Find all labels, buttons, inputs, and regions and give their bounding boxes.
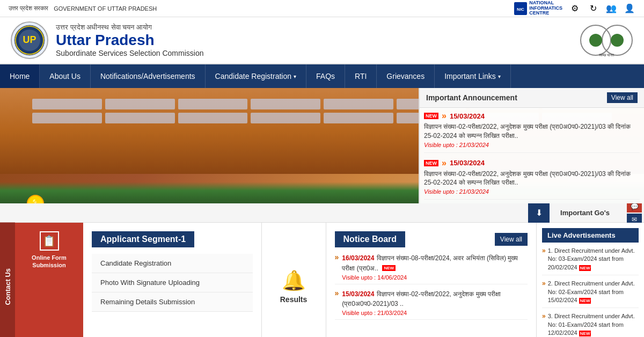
header-right: स्वच्छ भारत — [580, 21, 633, 59]
left-sidebar: Contact Us 📋 Online Form Submission — [0, 223, 83, 337]
hero-section: 💡 Important Announcement View all NEW » … — [0, 88, 644, 203]
ann-text-1[interactable]: विज्ञापन संख्या-02-परीक्षा/2022, अनुदेशक… — [424, 122, 640, 141]
main-nav: Home About Us Notifications/Advertisemen… — [0, 64, 644, 88]
notice-date-1: 16/03/2024 — [342, 254, 374, 262]
gear-icon[interactable]: ⚙ — [569, 3, 581, 14]
nav-rti[interactable]: RTI — [345, 64, 377, 88]
logo-svg: UP — [13, 24, 46, 56]
top-bar: उत्तर प्रदेश सरकार GOVERNMENT OF UTTAR P… — [0, 0, 644, 17]
swachh-logo: स्वच्छ भारत — [580, 21, 633, 59]
nav-notifications[interactable]: Notifications/Advertisements — [91, 64, 206, 88]
nic-text: NATIONAL INFORMATICS CENTRE — [529, 1, 562, 17]
ann-date-1: 15/03/2024 — [450, 112, 485, 120]
notice-visible-1: Visible upto : 14/06/2024 — [342, 274, 528, 281]
live-ads: Live Advertisements » 1. Direct Recruitm… — [537, 223, 644, 337]
org-logo: UP — [11, 21, 48, 59]
announcement-header: Important Announcement View all — [420, 88, 644, 108]
live-new-3: NEW — [579, 331, 591, 336]
announcement-item-1: NEW » 15/03/2024 विज्ञापन संख्या-02-परीक… — [424, 111, 640, 153]
header-left: UP उत्तर प्रदेश अधीनस्थ सेवा चयन आयोग Ut… — [11, 21, 203, 59]
ann-visible-2: Visible upto : 21/03/2024 — [424, 188, 640, 195]
view-all-button[interactable]: View all — [607, 92, 638, 103]
notice-new-1: NEW — [382, 265, 396, 271]
nav-home[interactable]: Home — [0, 64, 40, 88]
hindi-govt-label: उत्तर प्रदेश सरकार — [9, 5, 48, 12]
announcement-list: NEW » 15/03/2024 विज्ञापन संख्या-02-परीक… — [420, 108, 644, 203]
live-new-1: NEW — [579, 265, 591, 271]
segment-item-details[interactable]: Remaining Details Submission — [92, 292, 253, 312]
registration-arrow: ▾ — [294, 74, 296, 79]
notice-viewall-button[interactable]: View all — [495, 233, 528, 246]
svg-point-8 — [589, 34, 602, 47]
notice-visible-2: Visible upto : 21/03/2024 — [342, 310, 528, 316]
segment-item-registration[interactable]: Candidate Registration — [92, 254, 253, 273]
header-title: Uttar Pradesh — [56, 32, 203, 49]
svg-text:स्वच्छ भारत: स्वच्छ भारत — [598, 53, 615, 57]
header-text: उत्तर प्रदेश अधीनस्थ सेवा चयन आयोग Uttar… — [56, 23, 203, 57]
swachh-svg: स्वच्छ भारत — [580, 21, 633, 59]
results-label: Results — [280, 295, 308, 304]
nav-grievances[interactable]: Grievances — [377, 64, 435, 88]
nic-icon: NIC — [514, 2, 527, 15]
svg-text:UP: UP — [23, 34, 36, 45]
bell-icon: 🔔 — [282, 269, 306, 292]
live-ad-2: » 2. Direct Recruitment under Advt. No: … — [542, 280, 639, 308]
links-arrow: ▾ — [498, 74, 501, 79]
notice-item-2: » 15/03/2024 विज्ञापन संख्या-02-परीक्षा/… — [335, 289, 528, 320]
nav-registration[interactable]: Candidate Registration ▾ — [206, 64, 306, 88]
new-badge-1: NEW — [424, 113, 438, 119]
segment-items: Candidate Registration Photo With Signat… — [92, 254, 253, 312]
user-group-icon[interactable]: 👥 — [605, 3, 617, 14]
notice-item-1: » 16/03/2024 विज्ञापन संख्या-08-परीक्षा/… — [335, 253, 528, 284]
results-section: 🔔 Results — [262, 223, 326, 337]
svg-point-9 — [611, 34, 624, 47]
segment-item-photo[interactable]: Photo With Signature Uploading — [92, 273, 253, 292]
top-bar-right: NIC NATIONAL INFORMATICS CENTRE ⚙ ↻ 👥 👤 — [514, 1, 635, 17]
refresh-icon[interactable]: ↻ — [587, 3, 599, 14]
live-ad-text-3[interactable]: 3. Direct Recruitment under Advt. No: 01… — [548, 312, 639, 337]
important-goes-bar: ⬇ Important Go's 💬 ✉ — [0, 203, 644, 223]
live-new-2: NEW — [579, 298, 591, 304]
nav-faqs[interactable]: FAQs — [306, 64, 345, 88]
live-ad-text-2[interactable]: 2. Direct Recruitment under Advt. No: 02… — [548, 280, 639, 304]
online-form-label: Online Form Submission — [20, 254, 78, 269]
nav-links[interactable]: Important Links ▾ — [435, 64, 511, 88]
live-ad-text-1[interactable]: 1. Direct Recruitment under Advt. No: 03… — [548, 247, 639, 272]
online-form-box[interactable]: 📋 Online Form Submission — [20, 231, 78, 269]
header: UP उत्तर प्रदेश अधीनस्थ सेवा चयन आयोग Ut… — [0, 17, 644, 64]
notice-header: Notice Board View all — [335, 231, 528, 247]
header-hindi: उत्तर प्रदेश अधीनस्थ सेवा चयन आयोग — [56, 23, 203, 32]
ann-meta-2: NEW » 15/03/2024 — [424, 158, 640, 168]
new-badge-2: NEW — [424, 160, 438, 166]
live-ad-1: » 1. Direct Recruitment under Advt. No: … — [542, 247, 639, 275]
ann-meta-1: NEW » 15/03/2024 — [424, 111, 640, 121]
notice-board: Notice Board View all » 16/03/2024 विज्ञ… — [326, 223, 537, 337]
announcement-title: Important Announcement — [426, 93, 517, 102]
top-bar-left: उत्तर प्रदेश सरकार GOVERNMENT OF UTTAR P… — [9, 5, 157, 12]
download-icon[interactable]: ⬇ — [528, 203, 550, 223]
notice-title: Notice Board — [335, 231, 406, 247]
nic-logo: NIC NATIONAL INFORMATICS CENTRE — [514, 1, 562, 17]
header-subtitle: Subordinate Services Selection Commissio… — [56, 49, 203, 57]
live-ads-title: Live Advertisements — [542, 228, 639, 243]
ann-date-2: 15/03/2024 — [450, 159, 485, 167]
nav-about[interactable]: About Us — [40, 64, 91, 88]
announcement-panel: Important Announcement View all NEW » 15… — [419, 88, 644, 203]
user-icon[interactable]: 👤 — [624, 3, 635, 14]
ann-text-2[interactable]: विज्ञापन संख्या-02-परीक्षा/2022, अनुदेशक… — [424, 170, 640, 188]
bottom-section: Contact Us 📋 Online Form Submission Appl… — [0, 223, 644, 337]
important-goes-label: Important Go's — [552, 209, 618, 217]
notice-date-2: 15/03/2024 — [342, 290, 374, 298]
announcement-item-2: NEW » 15/03/2024 विज्ञापन संख्या-02-परीक… — [424, 158, 640, 200]
english-govt-label: GOVERNMENT OF UTTAR PRADESH — [54, 5, 157, 12]
applicant-segment: Applicant Segment-1 Candidate Registrati… — [83, 223, 262, 337]
form-icon: 📋 — [40, 231, 59, 251]
ann-visible-1: Visible upto : 21/03/2024 — [424, 142, 640, 148]
contact-us-label: Contact Us — [0, 223, 15, 337]
live-ad-3: » 3. Direct Recruitment under Advt. No: … — [542, 312, 639, 337]
svg-text:NIC: NIC — [517, 7, 524, 12]
segment-title: Applicant Segment-1 — [92, 231, 194, 247]
